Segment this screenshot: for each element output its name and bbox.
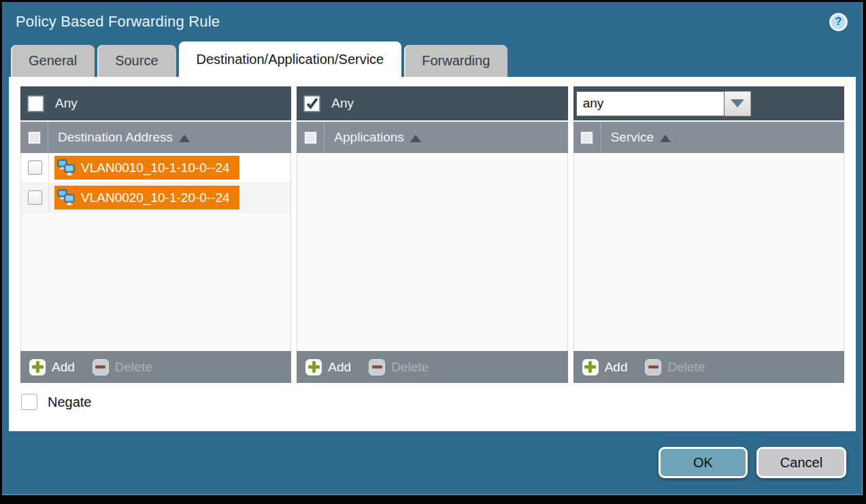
applications-column: Any Applications Add xyxy=(297,86,567,383)
ok-button[interactable]: OK xyxy=(659,447,748,478)
destination-column-title: Destination Address xyxy=(58,130,173,145)
sort-ascending-icon[interactable] xyxy=(660,135,671,142)
add-label: Add xyxy=(52,360,75,375)
help-button[interactable]: ? xyxy=(829,13,848,31)
destination-delete-button[interactable]: Delete xyxy=(93,359,152,375)
service-list xyxy=(573,153,844,351)
destination-list: VLAN0010_10-1-10-0--24 xyxy=(20,153,291,351)
applications-any-label: Any xyxy=(331,96,354,111)
delete-icon xyxy=(645,359,661,375)
applications-any-bar: Any xyxy=(297,86,567,120)
dialog-titlebar: Policy Based Forwarding Rule ? xyxy=(2,2,863,41)
delete-icon xyxy=(369,359,385,375)
negate-row: Negate xyxy=(20,394,844,410)
add-icon xyxy=(582,359,599,375)
negate-checkbox[interactable] xyxy=(21,394,37,410)
add-icon xyxy=(305,359,322,375)
service-select-all-checkbox[interactable] xyxy=(580,131,593,144)
delete-label: Delete xyxy=(115,360,152,375)
service-toolbar: Add Delete xyxy=(573,351,844,383)
address-object-label: VLAN0010_10-1-10-0--24 xyxy=(81,161,230,175)
applications-header-row: Applications xyxy=(297,122,567,153)
destination-any-label: Any xyxy=(55,96,78,111)
service-add-button[interactable]: Add xyxy=(582,359,628,375)
destination-select-all-checkbox[interactable] xyxy=(28,131,41,144)
address-object-label: VLAN0020_10-1-20-0--24 xyxy=(81,190,230,205)
table-row[interactable]: VLAN0010_10-1-10-0--24 xyxy=(21,153,290,183)
service-column: any Service xyxy=(573,86,844,383)
tab-destination-application-service[interactable]: Destination/Application/Service xyxy=(179,41,402,77)
destination-any-checkbox[interactable] xyxy=(28,96,44,112)
help-icon: ? xyxy=(835,16,842,27)
policy-based-forwarding-dialog: Policy Based Forwarding Rule ? General S… xyxy=(0,0,866,504)
destination-header-row: Destination Address xyxy=(20,122,291,153)
negate-label: Negate xyxy=(48,394,92,410)
add-icon xyxy=(29,359,46,375)
applications-any-checkbox[interactable] xyxy=(304,96,320,112)
destination-toolbar: Add Delete xyxy=(20,351,291,383)
dropdown-button[interactable] xyxy=(725,91,751,116)
destination-any-bar: Any xyxy=(20,86,291,120)
service-any-bar: any xyxy=(573,86,844,120)
tab-general[interactable]: General xyxy=(11,45,95,77)
delete-icon xyxy=(93,359,109,375)
tab-source[interactable]: Source xyxy=(97,45,176,77)
network-address-icon xyxy=(57,189,76,206)
service-type-value[interactable]: any xyxy=(576,91,725,116)
sort-ascending-icon[interactable] xyxy=(410,135,421,142)
dialog-title: Policy Based Forwarding Rule xyxy=(16,13,220,31)
delete-label: Delete xyxy=(391,360,429,375)
service-header-row: Service xyxy=(573,122,844,153)
sort-ascending-icon[interactable] xyxy=(179,135,190,142)
service-delete-button[interactable]: Delete xyxy=(645,359,705,375)
add-label: Add xyxy=(328,360,351,375)
table-row[interactable]: VLAN0020_10-1-20-0--24 xyxy=(21,183,290,213)
checkmark-icon xyxy=(305,97,319,110)
cancel-button[interactable]: Cancel xyxy=(756,447,846,478)
dialog-footer: OK Cancel xyxy=(2,431,863,478)
service-column-title: Service xyxy=(611,130,654,145)
tab-forwarding[interactable]: Forwarding xyxy=(404,45,507,77)
dialog-body: Any Destination Address xyxy=(9,77,856,431)
service-type-dropdown: any xyxy=(576,91,751,116)
tab-bar: General Source Destination/Application/S… xyxy=(2,41,863,77)
applications-toolbar: Add Delete xyxy=(297,351,567,383)
row-checkbox[interactable] xyxy=(28,161,42,175)
network-address-icon xyxy=(57,159,76,176)
chevron-down-icon xyxy=(731,99,744,107)
applications-column-title: Applications xyxy=(334,130,403,145)
row-checkbox[interactable] xyxy=(28,190,42,205)
destination-address-column: Any Destination Address xyxy=(20,86,291,383)
destination-add-button[interactable]: Add xyxy=(29,359,75,375)
applications-list xyxy=(297,153,567,351)
address-object-vlan0010[interactable]: VLAN0010_10-1-10-0--24 xyxy=(54,156,239,180)
applications-delete-button[interactable]: Delete xyxy=(369,359,429,375)
address-object-vlan0020[interactable]: VLAN0020_10-1-20-0--24 xyxy=(54,186,239,209)
delete-label: Delete xyxy=(667,360,705,375)
applications-select-all-checkbox[interactable] xyxy=(304,131,317,144)
applications-add-button[interactable]: Add xyxy=(305,359,351,375)
add-label: Add xyxy=(605,360,628,375)
